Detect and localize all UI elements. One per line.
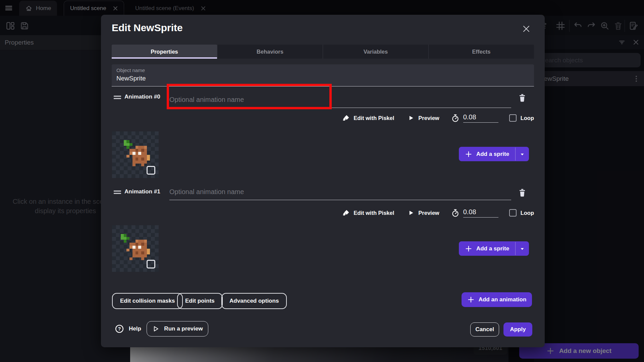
brush-icon xyxy=(342,209,350,217)
plus-icon xyxy=(465,150,472,158)
object-name-field[interactable]: Object name NewSprite xyxy=(112,64,534,86)
sprite-thumbnail[interactable] xyxy=(112,225,159,272)
add-animation-button[interactable]: Add an animation xyxy=(462,292,532,307)
help-icon: ? xyxy=(115,324,124,334)
annotation-highlight-box xyxy=(167,84,332,109)
play-icon xyxy=(408,115,414,121)
edit-with-piskel-button[interactable]: Edit with Piskel xyxy=(354,210,394,216)
edit-sprite-dialog: Edit NewSprite Properties Behaviors Vari… xyxy=(101,15,545,347)
animation1-controls: Edit with Piskel Preview Loop xyxy=(342,207,534,219)
add-sprite-dropdown[interactable] xyxy=(516,147,529,161)
cancel-button[interactable]: Cancel xyxy=(470,322,499,337)
close-dialog-icon[interactable] xyxy=(522,24,531,34)
add-sprite-main[interactable]: Add a sprite xyxy=(459,147,515,161)
animation0-controls: Edit with Piskel Preview Loop xyxy=(342,112,534,124)
gdevelop-app: Home Untitled scene Untitled scene (Even… xyxy=(0,0,644,362)
drag-handle-icon[interactable] xyxy=(114,96,121,100)
object-name-value: NewSprite xyxy=(116,75,529,82)
plus-icon xyxy=(467,296,475,303)
drag-handle-icon[interactable] xyxy=(114,190,121,194)
plus-icon xyxy=(465,245,472,252)
add-sprite-button: Add a sprite xyxy=(459,241,529,256)
brush-icon xyxy=(342,114,350,122)
svg-text:?: ? xyxy=(118,326,121,331)
tab-variables[interactable]: Variables xyxy=(323,45,428,59)
delete-animation0-icon[interactable] xyxy=(518,93,527,103)
stopwatch-icon xyxy=(451,114,460,123)
tab-behaviors[interactable]: Behaviors xyxy=(217,45,323,59)
time-between-frames-input[interactable] xyxy=(463,113,498,123)
stopwatch-icon xyxy=(451,208,460,218)
sprite-select-checkbox[interactable] xyxy=(147,260,155,268)
apply-button[interactable]: Apply xyxy=(503,322,532,337)
play-outline-icon xyxy=(152,325,159,333)
add-sprite-button: Add a sprite xyxy=(459,147,529,161)
dialog-tab-bar: Properties Behaviors Variables Effects xyxy=(112,45,534,59)
delete-animation1-icon[interactable] xyxy=(518,188,527,197)
loop-checkbox[interactable] xyxy=(509,209,517,217)
play-icon xyxy=(408,209,414,216)
chevron-down-icon xyxy=(519,246,525,252)
tab-effects[interactable]: Effects xyxy=(428,45,534,59)
advanced-options-button[interactable]: Advanced options xyxy=(221,293,287,309)
tab-properties[interactable]: Properties xyxy=(112,45,217,59)
loop-checkbox[interactable] xyxy=(509,114,517,122)
dialog-title: Edit NewSprite xyxy=(112,22,183,34)
help-button[interactable]: ? Help xyxy=(115,324,141,334)
object-name-label: Object name xyxy=(116,67,529,73)
sprite-select-checkbox[interactable] xyxy=(147,166,155,175)
add-sprite-dropdown[interactable] xyxy=(516,241,529,256)
preview-button[interactable]: Preview xyxy=(418,210,439,216)
time-between-frames-input[interactable] xyxy=(463,208,498,218)
preview-button[interactable]: Preview xyxy=(418,115,439,121)
edit-with-piskel-button[interactable]: Edit with Piskel xyxy=(354,115,394,121)
edit-collision-masks-button[interactable]: Edit collision masks xyxy=(112,293,183,309)
loop-label: Loop xyxy=(521,210,534,216)
edit-points-button[interactable]: Edit points xyxy=(177,293,223,309)
add-sprite-main[interactable]: Add a sprite xyxy=(459,241,515,256)
sprite-thumbnail[interactable] xyxy=(112,131,159,178)
chevron-down-icon xyxy=(519,151,525,157)
loop-label: Loop xyxy=(521,115,534,121)
animation0-label: Animation #0 xyxy=(124,94,160,100)
animation1-name-input[interactable] xyxy=(169,184,511,200)
run-a-preview-button[interactable]: Run a preview xyxy=(147,321,208,337)
animation1-label: Animation #1 xyxy=(124,188,160,195)
